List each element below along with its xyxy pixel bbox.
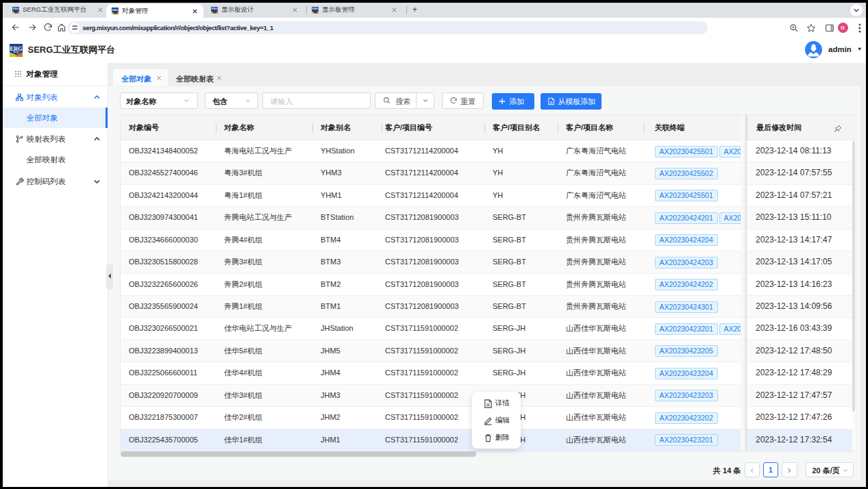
svg-text:Serge: Serge	[13, 51, 19, 53]
